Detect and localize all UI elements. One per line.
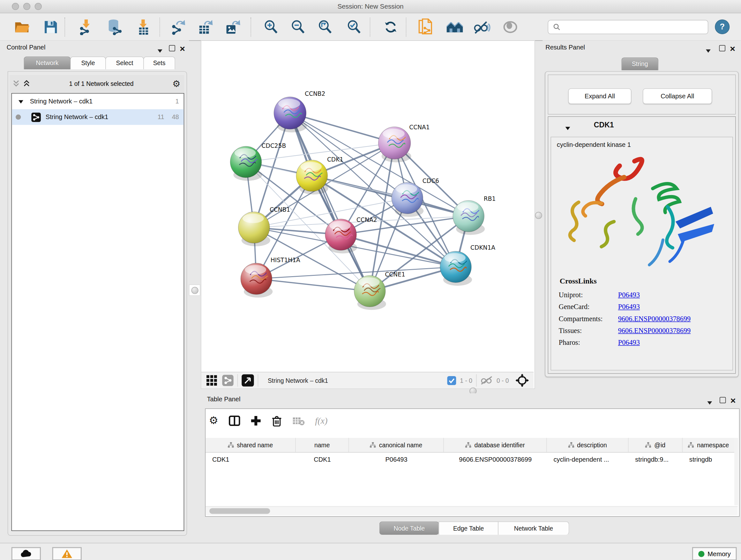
column-header-id[interactable]: @id (628, 438, 683, 452)
cell-database-identifier[interactable]: 9606.ENSP00000378699 (444, 452, 547, 466)
network-node-ccnb1[interactable]: CCNB1 (239, 206, 290, 246)
table-row[interactable]: CDK1 CDK1 P06493 9606.ENSP00000378699 cy… (205, 452, 734, 466)
cell-name[interactable]: CDK1 (296, 452, 349, 466)
help-button[interactable]: ? (715, 19, 730, 34)
network-node-cdkn1a[interactable]: CDKN1A (440, 244, 495, 286)
network-node-ccnb2[interactable]: CCNB2 (274, 90, 325, 132)
status-bar: Memory (0, 543, 741, 560)
control-panel-float-icon[interactable] (169, 45, 175, 53)
collection-expand-arrow-icon[interactable] (18, 98, 23, 105)
table-panel-collapse-icon[interactable] (707, 398, 712, 407)
export-network-button[interactable] (169, 18, 188, 36)
collapse-all-networks-icon[interactable] (12, 80, 20, 87)
export-table-button[interactable] (196, 18, 215, 36)
column-header-name[interactable]: name (296, 438, 349, 452)
network-current-dot-icon (16, 114, 21, 119)
zoom-selected-button[interactable] (345, 18, 364, 36)
right-splitter-handle[interactable] (535, 212, 542, 219)
expand-all-button[interactable]: Expand All (568, 88, 631, 104)
network-edge-ccnb2-ccne1[interactable] (290, 113, 370, 291)
tab-network[interactable]: Network (23, 57, 71, 69)
birds-eye-view-icon[interactable] (242, 374, 254, 387)
string-import-button[interactable] (416, 18, 435, 36)
column-header-database-identifier[interactable]: database identifier (444, 438, 547, 452)
gene-collapse-arrow-icon[interactable] (565, 124, 570, 132)
selected-checkbox-icon[interactable] (447, 376, 456, 385)
crosslink-compartments[interactable]: 9606.ENSP00000378699 (618, 315, 690, 323)
cell-canonical-name[interactable]: P06493 (349, 452, 444, 466)
column-header-shared-name[interactable]: shared name (205, 438, 296, 452)
results-panel-collapse-icon[interactable] (706, 46, 711, 55)
network-node-ccna1[interactable]: CCNA1 (379, 124, 430, 163)
network-canvas[interactable]: CCNB2CCNA1CDC25BCDK1CDC6RB1CCNB1CCNA2CDK… (201, 41, 534, 372)
table-horizontal-scrollbar[interactable] (205, 506, 738, 515)
search-input[interactable] (562, 23, 708, 31)
crosslink-tissues[interactable]: 9606.ENSP00000378699 (618, 327, 690, 334)
tab-node-table[interactable]: Node Table (380, 521, 439, 535)
tab-sets[interactable]: Sets (143, 57, 175, 69)
expand-all-networks-icon[interactable] (23, 80, 30, 87)
export-image-button[interactable] (223, 18, 242, 36)
tab-style[interactable]: Style (70, 57, 106, 69)
show-eye-button[interactable] (501, 18, 520, 36)
tab-select[interactable]: Select (105, 57, 144, 69)
control-panel-close-icon[interactable]: ✕ (179, 45, 185, 53)
crosslink-pharos[interactable]: P06493 (618, 339, 640, 347)
table-panel-close-icon[interactable]: ✕ (730, 396, 736, 405)
collapse-all-button[interactable]: Collapse All (643, 88, 712, 104)
crosslink-genecard[interactable]: P06493 (618, 303, 640, 311)
warnings-button[interactable] (52, 547, 82, 560)
cell-description[interactable]: cyclin-dependent ... (547, 452, 629, 466)
column-header-namespace[interactable]: namespace (683, 438, 734, 452)
import-network-from-database-button[interactable] (105, 18, 125, 36)
network-node-ccna2[interactable]: CCNA2 (325, 216, 377, 253)
tab-string[interactable]: String (621, 57, 658, 70)
table-options-gear-icon[interactable]: ⚙ (209, 415, 218, 427)
results-panel-close-icon[interactable]: ✕ (730, 45, 736, 53)
import-table-from-file-button[interactable] (134, 18, 153, 36)
network-node-rb1[interactable]: RB1 (453, 195, 495, 235)
scrollbar-thumb[interactable] (209, 508, 270, 514)
save-session-button[interactable] (41, 18, 60, 36)
cloud-status-button[interactable] (11, 547, 41, 560)
add-column-plus-icon[interactable] (251, 416, 261, 426)
hide-glasses-button[interactable] (472, 18, 491, 36)
apply-style-refresh-button[interactable] (381, 18, 400, 36)
grid-view-icon[interactable] (206, 375, 218, 386)
results-panel-title: Results Panel (545, 44, 585, 51)
network-edge-hist1h1a-ccne1[interactable] (256, 279, 370, 291)
left-splitter-handle[interactable] (189, 285, 200, 296)
zoom-in-button[interactable] (262, 18, 281, 36)
column-header-description[interactable]: description (547, 438, 629, 452)
network-share-view-icon[interactable] (222, 375, 233, 386)
cell-id[interactable]: stringdb:9... (628, 452, 683, 466)
hidden-glasses-icon[interactable] (480, 376, 493, 385)
delete-column-trash-icon[interactable] (271, 415, 282, 427)
tab-network-table[interactable]: Network Table (498, 521, 569, 535)
cell-namespace[interactable]: stringdb (683, 452, 734, 466)
cell-shared-name[interactable]: CDK1 (205, 452, 296, 466)
show-columns-icon[interactable] (229, 416, 240, 426)
fit-selection-crosshair-icon[interactable] (515, 374, 529, 387)
zoom-fit-content-button[interactable] (316, 18, 335, 36)
memory-button[interactable]: Memory (692, 547, 737, 560)
zoom-out-button[interactable] (288, 18, 308, 36)
table-vertical-scrollbar[interactable] (734, 438, 738, 505)
network-list-header: 1 of 1 Network selected ⚙ (10, 75, 184, 92)
network-collection-row[interactable]: String Network – cdk1 1 (12, 94, 184, 109)
network-options-gear-icon[interactable]: ⚙ (172, 78, 180, 89)
table-panel-float-icon[interactable] (720, 396, 726, 405)
network-node-cdk1[interactable]: CDK1 (296, 156, 343, 195)
crosslink-uniprot[interactable]: P06493 (618, 291, 640, 299)
tab-edge-table[interactable]: Edge Table (439, 521, 498, 535)
crosslink-label: Pharos: (559, 339, 618, 347)
column-header-canonical-name[interactable]: canonical name (349, 438, 444, 452)
crosslink-label: GeneCard: (559, 303, 618, 311)
network-row-selected[interactable]: String Network – cdk1 11 48 (12, 109, 184, 125)
open-session-button[interactable] (13, 18, 32, 36)
string-home-button[interactable] (445, 18, 464, 36)
results-panel-float-icon[interactable] (719, 45, 725, 53)
network-node-cdc6[interactable]: CDC6 (392, 178, 439, 217)
control-panel-collapse-icon[interactable] (158, 46, 162, 55)
import-network-from-file-button[interactable] (76, 18, 95, 36)
